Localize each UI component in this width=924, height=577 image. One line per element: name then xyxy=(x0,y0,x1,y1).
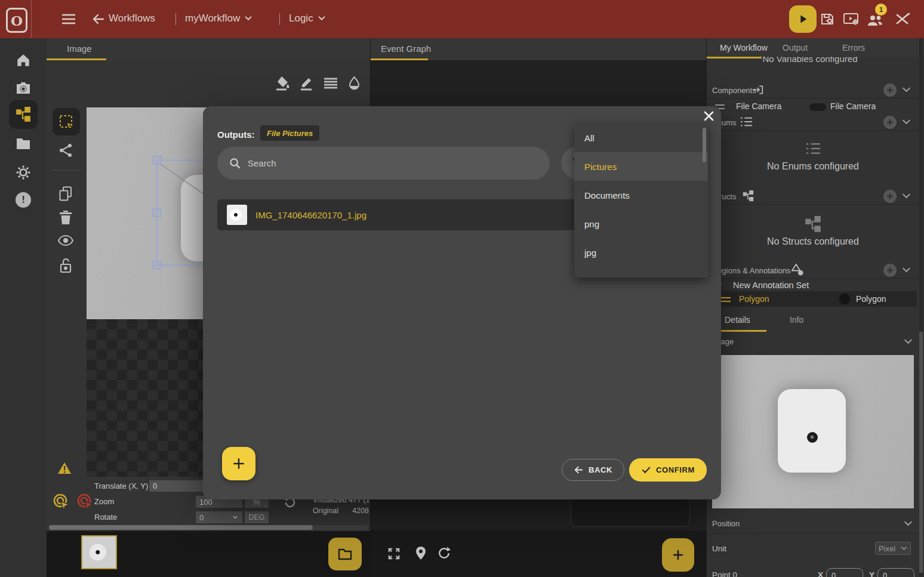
copy-button[interactable] xyxy=(58,186,73,202)
nav-camera[interactable] xyxy=(16,81,31,95)
translate-label: Translate (X, Y) xyxy=(94,482,148,490)
file-name: IMG_1740646620170_1.jpg xyxy=(255,210,366,220)
output-type-chip[interactable]: File Pictures xyxy=(260,125,319,141)
delete-button[interactable] xyxy=(59,210,72,225)
section-dropdown[interactable]: Logic xyxy=(289,13,327,24)
component-row[interactable]: File Camera File Camera xyxy=(707,98,924,114)
nav-workflows-active[interactable] xyxy=(9,100,38,129)
graph-node[interactable] xyxy=(571,497,690,527)
breadcrumb-workflows[interactable]: Workflows xyxy=(109,13,155,24)
filter-option-jpg[interactable]: jpg xyxy=(574,238,708,267)
position-section-row[interactable]: Position xyxy=(707,516,924,530)
collaborators-button[interactable] xyxy=(867,14,885,27)
search-input[interactable] xyxy=(247,158,543,169)
tab-image[interactable]: Image xyxy=(67,44,92,54)
header-divider xyxy=(31,0,32,38)
visibility-button[interactable] xyxy=(58,235,73,246)
canvas-hscrollbar[interactable] xyxy=(49,525,368,530)
lock-open-icon xyxy=(59,258,72,273)
run-workflow-button[interactable] xyxy=(789,5,817,33)
app-logo[interactable]: O xyxy=(6,8,27,33)
point0-y-input[interactable] xyxy=(877,568,914,577)
pin-icon xyxy=(415,546,427,560)
dropdown-scrollbar-thumb[interactable] xyxy=(703,128,706,162)
app-root: O Workflows myWorkflow Logic xyxy=(0,0,924,577)
add-component-button[interactable] xyxy=(883,84,897,97)
workflow-name-dropdown[interactable]: myWorkflow xyxy=(185,13,253,24)
lock-button[interactable] xyxy=(59,258,72,273)
plus-icon xyxy=(886,267,894,274)
enums-empty-icon xyxy=(805,142,821,155)
share-tool-button[interactable] xyxy=(58,143,73,158)
refresh-icon xyxy=(438,547,451,560)
add-region-button[interactable] xyxy=(883,264,897,277)
paint-bucket-icon xyxy=(276,76,289,91)
back-button[interactable] xyxy=(91,12,106,26)
chevron-down-icon xyxy=(902,266,911,274)
tab-output[interactable]: Output xyxy=(783,43,808,53)
structs-collapse-button[interactable] xyxy=(902,192,911,200)
nav-alerts[interactable]: ! xyxy=(16,192,31,208)
draw-tool-button[interactable] xyxy=(300,76,313,91)
opacity-tool-button[interactable] xyxy=(348,76,361,91)
tab-details[interactable]: Details xyxy=(725,315,750,325)
tab-info[interactable]: Info xyxy=(790,315,803,325)
refresh-button[interactable] xyxy=(438,547,451,560)
canvas-warning[interactable] xyxy=(57,462,72,474)
components-collapse-button[interactable] xyxy=(902,86,911,94)
nav-home[interactable] xyxy=(16,53,31,68)
tab-errors[interactable]: Errors xyxy=(842,43,865,53)
regions-collapse-button[interactable] xyxy=(902,266,911,274)
point0-x-input[interactable] xyxy=(826,568,863,577)
pointer-mode-secondary[interactable] xyxy=(76,493,94,511)
fit-view-button[interactable] xyxy=(387,547,401,560)
enums-collapse-button[interactable] xyxy=(902,118,911,126)
locate-button[interactable] xyxy=(415,546,427,560)
filter-option-png[interactable]: png xyxy=(574,209,708,238)
confirm-button[interactable]: CONFIRM xyxy=(629,458,707,482)
add-node-button[interactable] xyxy=(662,538,694,572)
inspector-scrollbar-thumb[interactable] xyxy=(919,332,923,573)
inspector-scrollbar-track[interactable] xyxy=(919,38,923,577)
modal-close-button[interactable] xyxy=(700,107,717,125)
image-section-row[interactable]: Image xyxy=(707,334,924,348)
preview-settings-button[interactable] xyxy=(843,13,860,26)
plus-icon xyxy=(886,119,894,126)
annotation-set-row[interactable]: New Annotation Set xyxy=(707,279,924,292)
save-workflow-button[interactable] xyxy=(820,12,836,26)
filter-dropdown: All Pictures Documents png jpg xyxy=(574,124,708,277)
marquee-select-tool-active[interactable] xyxy=(53,108,80,135)
filter-option-pictures-selected[interactable]: Pictures xyxy=(574,152,708,181)
frame-thumbnail-selected[interactable] xyxy=(81,535,117,569)
pointer-mode-primary[interactable] xyxy=(53,493,70,511)
hscrollbar-thumb[interactable] xyxy=(49,525,313,530)
component-toggle[interactable] xyxy=(809,103,826,111)
search-bar[interactable] xyxy=(217,147,550,180)
add-struct-button[interactable] xyxy=(883,190,897,203)
tab-my-workflow[interactable]: My Workflow xyxy=(720,43,768,53)
arrow-left-icon xyxy=(91,12,106,26)
add-enum-button[interactable] xyxy=(883,116,897,129)
plus-icon xyxy=(671,548,685,562)
rotate-select[interactable]: 0 xyxy=(196,511,242,523)
annotation-item-row-selected[interactable]: Polygon Polygon xyxy=(707,291,917,307)
menu-button[interactable] xyxy=(61,13,76,26)
back-button[interactable]: BACK xyxy=(562,459,624,481)
chevron-down-icon xyxy=(902,192,911,200)
lines-tool-button[interactable] xyxy=(324,78,337,89)
nav-settings[interactable] xyxy=(16,165,31,180)
add-output-button[interactable] xyxy=(222,447,255,480)
unit-select[interactable]: Pixel xyxy=(875,542,911,555)
nav-files[interactable] xyxy=(16,137,31,150)
end-session-button[interactable] xyxy=(894,12,911,26)
filter-option-documents[interactable]: Documents xyxy=(574,181,708,209)
back-button-label: BACK xyxy=(589,465,612,474)
warning-triangle-icon xyxy=(57,462,72,474)
fill-tool-button[interactable] xyxy=(276,76,289,91)
chevron-down-icon xyxy=(317,14,327,23)
tab-event-graph[interactable]: Event Graph xyxy=(381,44,431,54)
open-folder-button[interactable] xyxy=(328,538,362,570)
filter-option-all[interactable]: All xyxy=(574,124,708,152)
play-icon xyxy=(796,13,809,26)
detail-image-preview[interactable] xyxy=(712,355,914,508)
